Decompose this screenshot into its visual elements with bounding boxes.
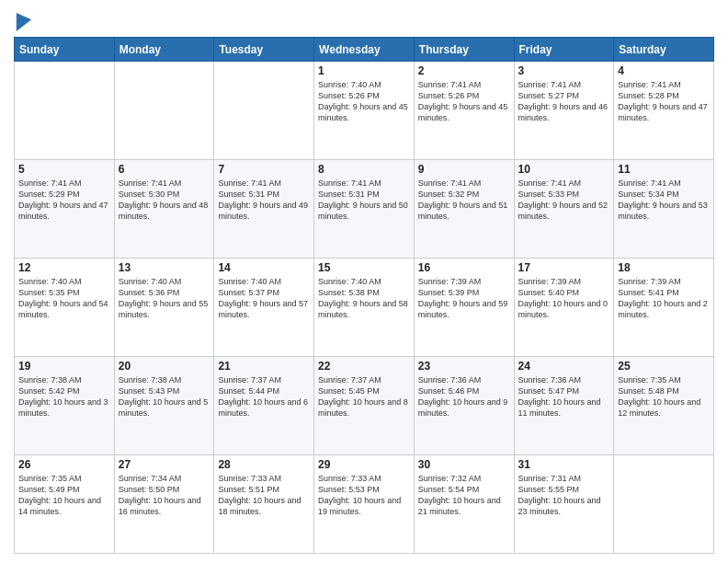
svg-marker-0 [17, 13, 31, 31]
day-info: Sunrise: 7:40 AM Sunset: 5:35 PM Dayligh… [18, 276, 110, 321]
day-number: 9 [418, 163, 510, 176]
calendar-cell: 21Sunrise: 7:37 AM Sunset: 5:44 PM Dayli… [214, 357, 314, 455]
calendar-cell: 7Sunrise: 7:41 AM Sunset: 5:31 PM Daylig… [214, 160, 314, 259]
day-number: 13 [119, 261, 210, 274]
day-info: Sunrise: 7:36 AM Sunset: 5:46 PM Dayligh… [418, 374, 510, 419]
day-number: 23 [418, 360, 510, 373]
day-number: 21 [218, 360, 310, 373]
calendar-week-1: 1Sunrise: 7:40 AM Sunset: 5:26 PM Daylig… [15, 62, 714, 160]
day-info: Sunrise: 7:39 AM Sunset: 5:40 PM Dayligh… [518, 276, 610, 321]
day-info: Sunrise: 7:40 AM Sunset: 5:38 PM Dayligh… [318, 276, 410, 321]
day-number: 15 [318, 261, 410, 274]
weekday-header-friday: Friday [514, 38, 614, 62]
day-number: 26 [18, 458, 110, 471]
page: SundayMondayTuesdayWednesdayThursdayFrid… [0, 0, 728, 563]
calendar-cell: 20Sunrise: 7:38 AM Sunset: 5:43 PM Dayli… [114, 357, 214, 455]
day-number: 12 [18, 261, 110, 274]
weekday-header-wednesday: Wednesday [314, 38, 415, 62]
day-number: 1 [318, 64, 410, 77]
day-number: 19 [18, 360, 110, 373]
calendar-cell: 23Sunrise: 7:36 AM Sunset: 5:46 PM Dayli… [414, 357, 514, 455]
day-number: 18 [618, 261, 710, 274]
weekday-header-sunday: Sunday [15, 38, 115, 62]
day-number: 24 [518, 360, 610, 373]
day-info: Sunrise: 7:41 AM Sunset: 5:30 PM Dayligh… [119, 178, 210, 223]
day-info: Sunrise: 7:38 AM Sunset: 5:43 PM Dayligh… [119, 374, 210, 419]
calendar-header-row: SundayMondayTuesdayWednesdayThursdayFrid… [15, 38, 714, 62]
day-number: 29 [318, 458, 410, 471]
calendar-cell: 1Sunrise: 7:40 AM Sunset: 5:26 PM Daylig… [314, 62, 415, 160]
calendar-cell: 26Sunrise: 7:35 AM Sunset: 5:49 PM Dayli… [15, 455, 115, 554]
day-info: Sunrise: 7:38 AM Sunset: 5:42 PM Dayligh… [18, 374, 110, 419]
day-number: 27 [119, 458, 210, 471]
day-info: Sunrise: 7:41 AM Sunset: 5:33 PM Dayligh… [518, 178, 610, 223]
day-info: Sunrise: 7:34 AM Sunset: 5:50 PM Dayligh… [119, 473, 210, 518]
calendar-cell [614, 455, 714, 554]
day-info: Sunrise: 7:41 AM Sunset: 5:26 PM Dayligh… [418, 79, 510, 124]
day-number: 14 [218, 261, 310, 274]
day-number: 7 [218, 163, 310, 176]
calendar-cell: 13Sunrise: 7:40 AM Sunset: 5:36 PM Dayli… [114, 259, 214, 357]
day-number: 10 [518, 163, 610, 176]
day-number: 28 [218, 458, 310, 471]
weekday-header-thursday: Thursday [414, 38, 514, 62]
calendar-cell: 22Sunrise: 7:37 AM Sunset: 5:45 PM Dayli… [314, 357, 415, 455]
day-number: 2 [418, 64, 510, 77]
day-info: Sunrise: 7:40 AM Sunset: 5:26 PM Dayligh… [318, 79, 410, 124]
logo [14, 13, 32, 31]
day-info: Sunrise: 7:41 AM Sunset: 5:31 PM Dayligh… [318, 178, 410, 223]
calendar-cell: 25Sunrise: 7:35 AM Sunset: 5:48 PM Dayli… [614, 357, 714, 455]
weekday-header-monday: Monday [114, 38, 214, 62]
day-number: 16 [418, 261, 510, 274]
day-info: Sunrise: 7:35 AM Sunset: 5:49 PM Dayligh… [18, 473, 110, 518]
calendar-cell: 9Sunrise: 7:41 AM Sunset: 5:32 PM Daylig… [414, 160, 514, 259]
day-info: Sunrise: 7:40 AM Sunset: 5:37 PM Dayligh… [218, 276, 310, 321]
calendar-cell [114, 62, 214, 160]
day-number: 22 [318, 360, 410, 373]
calendar-body: 1Sunrise: 7:40 AM Sunset: 5:26 PM Daylig… [15, 62, 714, 554]
logo-icon [16, 13, 32, 31]
day-info: Sunrise: 7:41 AM Sunset: 5:32 PM Dayligh… [418, 178, 510, 223]
day-info: Sunrise: 7:40 AM Sunset: 5:36 PM Dayligh… [119, 276, 210, 321]
calendar-cell: 4Sunrise: 7:41 AM Sunset: 5:28 PM Daylig… [614, 62, 714, 160]
day-info: Sunrise: 7:33 AM Sunset: 5:51 PM Dayligh… [218, 473, 310, 518]
calendar-week-2: 5Sunrise: 7:41 AM Sunset: 5:29 PM Daylig… [15, 160, 714, 259]
calendar-cell: 27Sunrise: 7:34 AM Sunset: 5:50 PM Dayli… [114, 455, 214, 554]
day-number: 11 [618, 163, 710, 176]
day-info: Sunrise: 7:31 AM Sunset: 5:55 PM Dayligh… [518, 473, 610, 518]
calendar-cell: 31Sunrise: 7:31 AM Sunset: 5:55 PM Dayli… [514, 455, 614, 554]
day-number: 8 [318, 163, 410, 176]
calendar-cell: 14Sunrise: 7:40 AM Sunset: 5:37 PM Dayli… [214, 259, 314, 357]
calendar-cell: 11Sunrise: 7:41 AM Sunset: 5:34 PM Dayli… [614, 160, 714, 259]
calendar-cell: 16Sunrise: 7:39 AM Sunset: 5:39 PM Dayli… [414, 259, 514, 357]
calendar-cell: 18Sunrise: 7:39 AM Sunset: 5:41 PM Dayli… [614, 259, 714, 357]
day-number: 6 [119, 163, 210, 176]
day-number: 30 [418, 458, 510, 471]
day-info: Sunrise: 7:39 AM Sunset: 5:39 PM Dayligh… [418, 276, 510, 321]
calendar-cell: 6Sunrise: 7:41 AM Sunset: 5:30 PM Daylig… [114, 160, 214, 259]
day-info: Sunrise: 7:41 AM Sunset: 5:29 PM Dayligh… [18, 178, 110, 223]
day-info: Sunrise: 7:35 AM Sunset: 5:48 PM Dayligh… [618, 374, 710, 419]
calendar-cell: 15Sunrise: 7:40 AM Sunset: 5:38 PM Dayli… [314, 259, 415, 357]
day-number: 20 [119, 360, 210, 373]
calendar-week-3: 12Sunrise: 7:40 AM Sunset: 5:35 PM Dayli… [15, 259, 714, 357]
day-info: Sunrise: 7:32 AM Sunset: 5:54 PM Dayligh… [418, 473, 510, 518]
day-number: 25 [618, 360, 710, 373]
calendar-cell: 8Sunrise: 7:41 AM Sunset: 5:31 PM Daylig… [314, 160, 415, 259]
calendar-cell: 3Sunrise: 7:41 AM Sunset: 5:27 PM Daylig… [514, 62, 614, 160]
calendar-cell: 30Sunrise: 7:32 AM Sunset: 5:54 PM Dayli… [414, 455, 514, 554]
day-number: 3 [518, 64, 610, 77]
calendar-cell [15, 62, 115, 160]
day-number: 17 [518, 261, 610, 274]
day-info: Sunrise: 7:41 AM Sunset: 5:27 PM Dayligh… [518, 79, 610, 124]
calendar-cell: 29Sunrise: 7:33 AM Sunset: 5:53 PM Dayli… [314, 455, 415, 554]
day-info: Sunrise: 7:37 AM Sunset: 5:44 PM Dayligh… [218, 374, 310, 419]
day-info: Sunrise: 7:33 AM Sunset: 5:53 PM Dayligh… [318, 473, 410, 518]
day-info: Sunrise: 7:37 AM Sunset: 5:45 PM Dayligh… [318, 374, 410, 419]
calendar-cell: 17Sunrise: 7:39 AM Sunset: 5:40 PM Dayli… [514, 259, 614, 357]
header [14, 9, 714, 31]
calendar-cell: 5Sunrise: 7:41 AM Sunset: 5:29 PM Daylig… [15, 160, 115, 259]
calendar-cell: 28Sunrise: 7:33 AM Sunset: 5:51 PM Dayli… [214, 455, 314, 554]
weekday-header-tuesday: Tuesday [214, 38, 314, 62]
calendar-table: SundayMondayTuesdayWednesdayThursdayFrid… [14, 37, 714, 554]
